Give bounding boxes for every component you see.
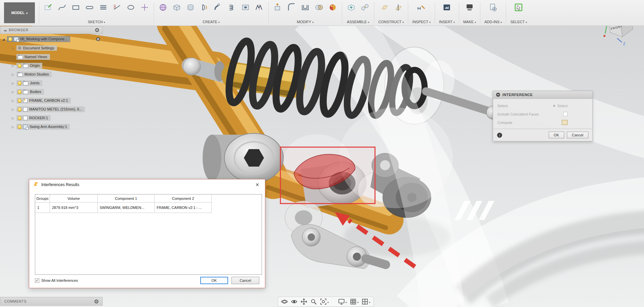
visibility-bulb-icon[interactable] bbox=[18, 125, 21, 129]
results-ok-button[interactable]: OK bbox=[200, 277, 228, 284]
collapse-icon[interactable] bbox=[496, 93, 500, 97]
viewports-icon[interactable] bbox=[362, 298, 370, 305]
browser-item-bodies[interactable]: Bodies bbox=[1, 87, 104, 96]
make-menu[interactable]: MAKE bbox=[463, 19, 476, 24]
interference-ok-button[interactable]: OK bbox=[549, 132, 564, 138]
appearance-icon[interactable] bbox=[328, 2, 338, 12]
press-pull-icon[interactable] bbox=[273, 2, 283, 12]
zoom-icon[interactable] bbox=[310, 298, 317, 305]
insert-icon[interactable] bbox=[442, 2, 452, 12]
comments-panel-header[interactable]: COMMENTS bbox=[0, 297, 103, 306]
checkbox-check-icon[interactable] bbox=[35, 278, 39, 283]
assemble-menu[interactable]: ASSEMBLE bbox=[346, 19, 370, 24]
collapse-arrow-icon[interactable] bbox=[1, 37, 6, 41]
browser-item-origin[interactable]: Origin bbox=[1, 61, 104, 70]
expand-arrow-icon[interactable] bbox=[11, 116, 15, 120]
orbit-icon[interactable] bbox=[281, 298, 288, 305]
inspect-menu[interactable]: INSPECT bbox=[412, 19, 431, 24]
show-all-interferences-checkbox[interactable]: Show All Interferences bbox=[35, 278, 78, 283]
fit-icon[interactable] bbox=[320, 298, 329, 305]
visibility-bulb-icon[interactable] bbox=[18, 98, 21, 103]
make-icon[interactable] bbox=[465, 2, 475, 12]
modify-menu[interactable]: MODIFY bbox=[273, 19, 338, 24]
expand-arrow-icon[interactable] bbox=[11, 90, 15, 94]
rectangle-icon[interactable] bbox=[71, 2, 81, 12]
create-form-icon[interactable] bbox=[158, 2, 168, 12]
expand-arrow-icon[interactable] bbox=[11, 55, 15, 59]
new-component-icon[interactable] bbox=[346, 2, 356, 12]
insert-menu[interactable]: INSERT bbox=[439, 19, 455, 24]
visibility-bulb-icon[interactable] bbox=[18, 90, 21, 94]
comments-options-icon[interactable] bbox=[95, 300, 98, 303]
joint-icon[interactable] bbox=[360, 2, 370, 12]
browser-item-frame-carbon[interactable]: FRAME, CARBON v2:1 bbox=[1, 96, 104, 105]
sketch-menu[interactable]: SKETCH bbox=[43, 19, 150, 24]
browser-item-rocker[interactable]: ROCKER:1 bbox=[1, 114, 104, 122]
expand-arrow-icon[interactable] bbox=[11, 63, 15, 68]
shell-icon[interactable] bbox=[300, 2, 310, 12]
slot-icon[interactable] bbox=[85, 2, 95, 12]
add-ins-menu[interactable]: ADD-INS bbox=[484, 19, 502, 24]
activate-component-radio[interactable] bbox=[96, 37, 100, 41]
visibility-bulb-icon[interactable] bbox=[18, 63, 21, 68]
offset-plane-icon[interactable] bbox=[379, 2, 389, 12]
results-table-row[interactable]: 1 2879.918 mm^3 SWINGARM, WELDMEN... FRA… bbox=[35, 203, 262, 213]
browser-panel-header[interactable]: BROWSER bbox=[0, 26, 103, 34]
info-icon[interactable]: i bbox=[497, 133, 502, 138]
spline-icon[interactable] bbox=[57, 2, 67, 12]
sweep-icon[interactable] bbox=[213, 2, 223, 12]
display-settings-icon[interactable] bbox=[338, 298, 347, 305]
expand-arrow-icon[interactable] bbox=[11, 72, 15, 76]
browser-item-named-views[interactable]: Named Views bbox=[1, 52, 104, 61]
browser-item-motion-studies[interactable]: Motion Studies bbox=[1, 70, 104, 79]
select-menu[interactable]: SELECT bbox=[510, 19, 527, 24]
browser-item-swing-arm-assembly[interactable]: Swing Arm Assembly:1 bbox=[1, 122, 104, 131]
select-button[interactable]: Select bbox=[553, 104, 568, 108]
expand-arrow-icon[interactable] bbox=[11, 46, 15, 50]
create-sketch-icon[interactable] bbox=[43, 2, 53, 12]
workspace-selector[interactable]: MODEL bbox=[4, 2, 35, 23]
visibility-bulb-icon[interactable] bbox=[18, 107, 21, 112]
pan-icon[interactable] bbox=[301, 298, 307, 305]
browser-root-item[interactable]: 06_Working with Compone... bbox=[1, 34, 104, 44]
add-ins-icon[interactable] bbox=[488, 2, 498, 12]
construction-axis-icon[interactable] bbox=[393, 2, 403, 12]
expand-arrow-icon[interactable] bbox=[11, 125, 15, 129]
interference-dialog-header[interactable]: INTERFERENCE bbox=[493, 91, 592, 99]
measure-icon[interactable] bbox=[416, 2, 426, 12]
create-menu[interactable]: CREATE bbox=[158, 19, 264, 24]
fillet-icon[interactable] bbox=[286, 2, 297, 12]
expand-arrow-icon[interactable] bbox=[11, 98, 15, 102]
visibility-bulb-icon[interactable] bbox=[18, 81, 21, 85]
results-dialog-titlebar[interactable]: Interferences Results bbox=[29, 179, 265, 190]
grid-settings-icon[interactable] bbox=[350, 298, 359, 305]
browser-options-icon[interactable] bbox=[95, 28, 99, 32]
results-table[interactable]: Groups Volume Component 1 Component 2 1 … bbox=[35, 194, 262, 275]
look-at-icon[interactable] bbox=[291, 298, 298, 305]
project-icon[interactable] bbox=[140, 2, 150, 12]
box-icon[interactable] bbox=[172, 2, 182, 12]
visibility-bulb-icon[interactable] bbox=[18, 116, 21, 120]
combine-icon[interactable] bbox=[314, 2, 324, 12]
main-pivot[interactable] bbox=[203, 133, 283, 182]
browser-item-manitou-metel[interactable]: MANITOU METEL (215mm), 6... bbox=[1, 105, 104, 114]
expand-arrow-icon[interactable] bbox=[11, 107, 15, 111]
offset-icon[interactable] bbox=[98, 2, 108, 12]
close-icon[interactable] bbox=[254, 181, 261, 188]
expand-arrow-icon[interactable] bbox=[11, 81, 15, 85]
collapse-browser-icon[interactable] bbox=[4, 28, 6, 32]
visibility-bulb-icon[interactable] bbox=[8, 37, 12, 41]
browser-item-document-settings[interactable]: Document Settings bbox=[1, 44, 104, 52]
select-icon[interactable] bbox=[514, 2, 524, 12]
extrude-icon[interactable] bbox=[185, 2, 196, 12]
browser-item-joints[interactable]: Joints bbox=[1, 79, 104, 87]
mirror-icon[interactable] bbox=[254, 2, 264, 12]
coil-icon[interactable] bbox=[227, 2, 237, 12]
interference-cancel-button[interactable]: Cancel bbox=[567, 132, 588, 138]
results-cancel-button[interactable]: Cancel bbox=[231, 277, 259, 284]
hole-icon[interactable] bbox=[240, 2, 251, 12]
trim-icon[interactable] bbox=[112, 2, 122, 12]
include-coincident-faces-checkbox[interactable] bbox=[563, 112, 568, 116]
revolve-icon[interactable] bbox=[199, 2, 209, 12]
ellipse-icon[interactable] bbox=[126, 2, 136, 12]
